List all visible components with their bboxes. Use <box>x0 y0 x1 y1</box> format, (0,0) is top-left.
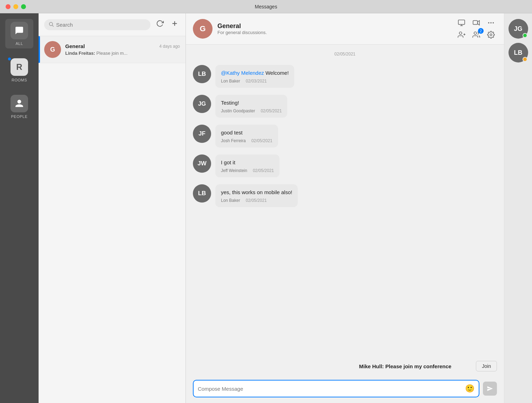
people-icon <box>11 95 28 112</box>
room-avatar: G <box>193 19 213 39</box>
rooms-notification-dot <box>8 58 11 60</box>
conference-invite: Mike Hull: Please join my conference Joi… <box>186 358 504 376</box>
chat-list-panel: G General 4 days ago Linda Freitas: Plea… <box>39 13 186 403</box>
chat-list-header <box>39 13 186 36</box>
message-row-2: JG Testing! Justin Goodpaster 02/05/2021 <box>193 95 497 118</box>
status-indicator-lb <box>523 57 527 62</box>
compose-area: 🙂 <box>186 376 504 403</box>
right-panel-avatar-lb[interactable]: LB <box>509 43 528 62</box>
screen-share-button[interactable] <box>456 18 467 28</box>
new-conversation-button[interactable] <box>169 18 180 31</box>
message-text-4: I got it <box>221 159 274 166</box>
message-sender-1: Lon Baker <box>221 79 240 84</box>
svg-point-12 <box>459 32 462 34</box>
svg-point-15 <box>474 32 477 34</box>
message-meta-2: Justin Goodpaster 02/05/2021 <box>221 108 282 113</box>
sidebar-item-all[interactable]: All <box>5 19 33 48</box>
message-row-5: LB yes, this works on mobile also! Lon B… <box>193 184 497 207</box>
message-text-1: @Kathy Melendez Welcome! <box>221 69 289 77</box>
video-call-button[interactable] <box>470 18 482 28</box>
message-text-5: yes, this works on mobile also! <box>221 189 292 196</box>
conference-invite-text: Mike Hull: Please join my conference <box>335 363 476 370</box>
refresh-button[interactable] <box>155 18 165 31</box>
rooms-icon: R <box>11 58 28 76</box>
right-panel: JG LB <box>504 13 532 403</box>
message-bubble-5: yes, this works on mobile also! Lon Bake… <box>215 184 298 207</box>
room-name: General <box>217 22 451 30</box>
members-button-wrap: 2 <box>470 29 482 40</box>
chat-item-time-general: 4 days ago <box>159 44 180 49</box>
add-member-button[interactable] <box>456 29 467 40</box>
emoji-button[interactable]: 🙂 <box>465 384 474 393</box>
message-avatar-lb-1: LB <box>193 65 211 83</box>
more-options-button[interactable] <box>485 18 497 28</box>
svg-line-1 <box>52 25 54 27</box>
message-bubble-3: good test Josh Ferreira 02/05/2021 <box>215 125 278 147</box>
message-meta-5: Lon Baker 02/05/2021 <box>221 198 292 203</box>
search-input[interactable] <box>56 22 146 28</box>
message-date-4: 02/05/2021 <box>253 168 274 173</box>
svg-point-11 <box>493 22 494 24</box>
app-body: All R Rooms People <box>0 13 532 403</box>
sidebar-item-people[interactable]: People <box>5 92 33 121</box>
actions-row-top <box>456 18 497 28</box>
active-indicator <box>39 36 40 63</box>
search-icon <box>48 21 54 28</box>
svg-rect-4 <box>458 20 465 25</box>
chat-avatar-general: G <box>44 41 61 58</box>
message-sender-4: Jeff Weinstein <box>221 168 247 173</box>
close-button[interactable] <box>6 4 11 9</box>
message-avatar-jf: JF <box>193 125 211 143</box>
chat-main: G General For general discussions. <box>186 13 504 403</box>
message-sender-3: Josh Ferreira <box>221 138 246 143</box>
message-date-1: 02/03/2021 <box>246 79 267 84</box>
minimize-button[interactable] <box>13 4 18 9</box>
search-box[interactable] <box>44 19 150 30</box>
window-title: Messages <box>255 4 277 9</box>
chat-header: G General For general discussions. <box>186 13 504 45</box>
chat-item-info-general: General 4 days ago Linda Freitas: Please… <box>65 43 180 56</box>
sidebar-item-rooms-label: Rooms <box>12 78 27 82</box>
svg-rect-7 <box>473 21 478 25</box>
message-bubble-1: @Kathy Melendez Welcome! Lon Baker 02/03… <box>215 65 294 88</box>
message-meta-4: Jeff Weinstein 02/05/2021 <box>221 168 274 173</box>
message-bubble-2: Testing! Justin Goodpaster 02/05/2021 <box>215 95 287 118</box>
date-divider: 02/05/2021 <box>193 52 497 57</box>
maximize-button[interactable] <box>21 4 26 9</box>
message-meta-1: Lon Baker 02/03/2021 <box>221 79 289 84</box>
message-bubble-4: I got it Jeff Weinstein 02/05/2021 <box>215 154 280 177</box>
sidebar-item-people-label: People <box>11 114 27 119</box>
message-text-suffix-1: Welcome! <box>265 70 289 76</box>
sidebar-item-rooms[interactable]: R Rooms <box>5 55 33 85</box>
messages-area: 02/05/2021 LB @Kathy Melendez Welcome! L… <box>186 45 504 358</box>
settings-button[interactable] <box>485 29 497 40</box>
chat-header-actions: 2 <box>456 18 497 40</box>
message-row-3: JF good test Josh Ferreira 02/05/2021 <box>193 125 497 147</box>
message-meta-3: Josh Ferreira 02/05/2021 <box>221 138 272 143</box>
svg-point-16 <box>490 34 492 36</box>
message-date-5: 02/05/2021 <box>246 198 267 203</box>
chat-item-name-general: General <box>65 43 85 49</box>
room-description: For general discussions. <box>217 30 451 35</box>
right-panel-avatar-jg[interactable]: JG <box>509 19 528 39</box>
svg-point-9 <box>488 22 490 24</box>
join-conference-button[interactable]: Join <box>476 361 497 371</box>
send-button[interactable] <box>483 382 497 396</box>
message-sender-5: Lon Baker <box>221 198 240 203</box>
message-date-3: 02/05/2021 <box>251 138 272 143</box>
preview-text: Please join m... <box>95 51 128 56</box>
compose-input[interactable] <box>198 386 462 392</box>
window-controls <box>6 4 26 9</box>
members-button[interactable]: 2 <box>470 29 482 40</box>
chat-header-info: General For general discussions. <box>217 22 451 35</box>
svg-point-10 <box>490 22 492 24</box>
status-indicator-jg <box>523 33 527 38</box>
message-sender-2: Justin Goodpaster <box>221 108 255 113</box>
message-row-1: LB @Kathy Melendez Welcome! Lon Baker 02… <box>193 65 497 88</box>
svg-point-0 <box>49 22 53 25</box>
chat-item-preview-general: Linda Freitas: Please join m... <box>65 51 180 56</box>
actions-row-bottom: 2 <box>456 29 497 40</box>
chat-item-top: General 4 days ago <box>65 43 180 49</box>
mention-kathy: @Kathy Melendez <box>221 70 264 76</box>
chat-item-general[interactable]: G General 4 days ago Linda Freitas: Plea… <box>39 36 186 63</box>
